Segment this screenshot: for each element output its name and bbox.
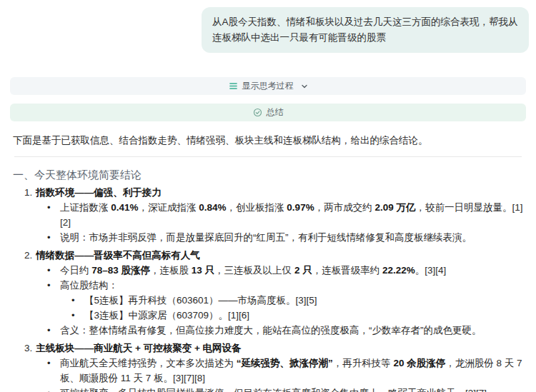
bullet-dot: • <box>47 386 51 392</box>
summary-bar[interactable]: 总结 <box>10 104 526 121</box>
nested-bullet-line: • 【3连板】中源家居（603709）。[1][6] <box>13 308 523 323</box>
list-item-title: 3.主线板块——商业航天 + 可控核聚变 + 电网设备 <box>13 341 523 356</box>
bullet-line: • 说明：市场并非弱反弹，而是放量探底回升的“红周五”，有利于短线情绪修复和高度… <box>13 230 523 245</box>
bullet-line: • 可控核聚变、多只核电股同样批量涨停，但目前在连板高度和资金集中度上，略弱于商… <box>13 386 523 392</box>
section-title: 一、今天整体环境简要结论 <box>13 167 523 182</box>
nested-bullet-line: • 【5连板】再升科技（603601）——市场高度板。[3][5] <box>13 293 523 308</box>
bullet-line: • 含义：整体情绪虽有修复，但高位接力难度大，能站在高位的强度极高，“少数幸存者… <box>13 323 523 338</box>
chevron-down-icon <box>301 83 308 90</box>
answer-content: 下面是基于已获取信息、结合指数走势、情绪强弱、板块主线和连板梯队结构，给出的综合… <box>0 133 536 392</box>
bullet-dot: • <box>71 308 75 323</box>
user-message-bubble: 从A股今天指数、情绪和板块以及过去几天这三方面的综合表现，帮我从连板梯队中选出一… <box>202 7 529 53</box>
user-message-row: 从A股今天指数、情绪和板块以及过去几天这三方面的综合表现，帮我从连板梯队中选出一… <box>0 0 536 53</box>
summary-list: 1.指数环境——偏强、利于接力 • 上证指数涨 0.41%，深证成指涨 0.84… <box>13 185 523 392</box>
bullet-line: • 上证指数涨 0.41%，深证成指涨 0.84%，创业板指涨 0.97%，两市… <box>13 200 523 230</box>
bullet-dot: • <box>47 200 51 215</box>
show-thinking-label: 显示思考过程 <box>242 80 294 92</box>
list-item-title: 2.情绪数据——晋级率不高但高标有人气 <box>13 248 523 263</box>
summary-label: 总结 <box>267 106 284 119</box>
bullet-line: • 商业航天全天维持强势，文本多次描述为 “延续强势、掀涨停潮”，再升科技等 2… <box>13 356 523 386</box>
list-icon <box>229 81 238 91</box>
bullet-dot: • <box>47 356 51 371</box>
intro-paragraph: 下面是基于已获取信息、结合指数走势、情绪强弱、板块主线和连板梯队结构，给出的综合… <box>13 133 523 148</box>
divider <box>14 156 522 157</box>
bullet-line: • 高位股结构： <box>13 278 523 293</box>
check-circle-icon <box>253 108 262 117</box>
bullet-dot: • <box>71 293 75 308</box>
bullet-dot: • <box>47 323 51 338</box>
show-thinking-bar[interactable]: 显示思考过程 <box>10 77 526 95</box>
bullet-line: • 今日约 78–83 股涨停，连板股 13 只，三连板及以上仅 2 只，连板晋… <box>13 263 523 278</box>
bullet-dot: • <box>47 278 51 293</box>
bullet-dot: • <box>47 230 51 245</box>
list-item-title: 1.指数环境——偏强、利于接力 <box>13 185 523 200</box>
bullet-dot: • <box>47 263 51 278</box>
